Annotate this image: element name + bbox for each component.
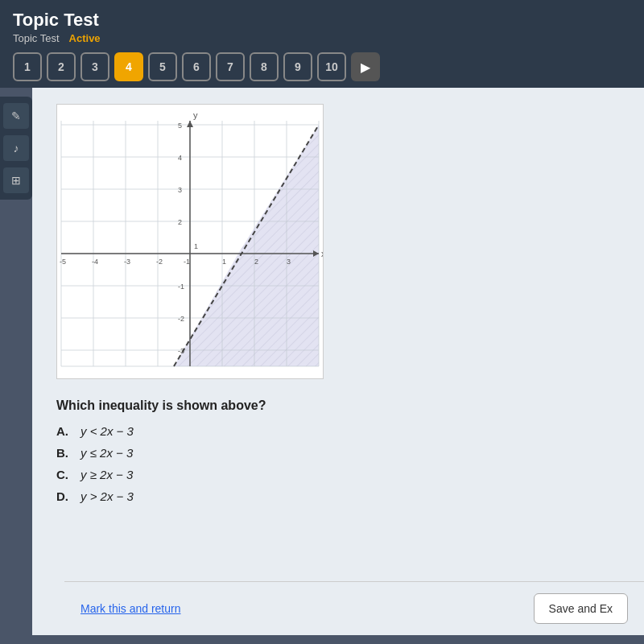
svg-text:2: 2 (178, 218, 182, 226)
page-title: Topic Test (13, 10, 631, 31)
svg-text:4: 4 (178, 154, 182, 162)
choice-b-text: y ≤ 2x − 3 (80, 446, 133, 460)
main-content: x y -5 -4 -3 -2 -1 1 2 3 5 4 3 2 -1 -2 -… (32, 88, 644, 635)
choice-a-text: y < 2x − 3 (80, 424, 134, 438)
svg-text:1: 1 (222, 258, 226, 266)
svg-text:3: 3 (287, 258, 291, 266)
choice-d-text: y > 2x − 3 (80, 489, 134, 503)
answer-choices: A. y < 2x − 3 B. y ≤ 2x − 3 C. y ≥ 2x − … (56, 424, 620, 503)
question-nav: 12345678910▶ (13, 52, 631, 81)
choice-c[interactable]: C. y ≥ 2x − 3 (56, 468, 620, 481)
svg-text:y: y (193, 110, 198, 120)
nav-button-7[interactable]: 7 (216, 52, 245, 81)
mark-return-link[interactable]: Mark this and return (80, 602, 181, 615)
question-text: Which inequality is shown above? (56, 398, 620, 413)
pencil-tool-button[interactable]: ✎ (3, 103, 29, 129)
svg-text:-1: -1 (178, 283, 184, 291)
side-tools: ✎ ♪ ⊞ (0, 97, 32, 200)
choice-b-label: B. (56, 446, 72, 460)
audio-tool-button[interactable]: ♪ (3, 135, 29, 161)
graph-container: x y -5 -4 -3 -2 -1 1 2 3 5 4 3 2 -1 -2 -… (56, 104, 324, 379)
header-subtitle: Topic Test Active (13, 32, 631, 44)
svg-text:3: 3 (178, 186, 182, 194)
nav-button-6[interactable]: 6 (182, 52, 211, 81)
svg-text:x: x (321, 249, 323, 258)
nav-button-1[interactable]: 1 (13, 52, 42, 81)
svg-text:-3: -3 (124, 258, 130, 266)
svg-text:-4: -4 (92, 258, 98, 266)
save-exit-button[interactable]: Save and Ex (534, 593, 628, 624)
inequality-graph: x y -5 -4 -3 -2 -1 1 2 3 5 4 3 2 -1 -2 -… (57, 105, 323, 378)
svg-text:2: 2 (254, 258, 258, 266)
nav-button-5[interactable]: 5 (148, 52, 177, 81)
nav-button-8[interactable]: 8 (250, 52, 279, 81)
choice-d[interactable]: D. y > 2x − 3 (56, 489, 620, 503)
choice-b[interactable]: B. y ≤ 2x − 3 (56, 446, 620, 460)
nav-next-arrow[interactable]: ▶ (351, 52, 380, 81)
choice-a[interactable]: A. y < 2x − 3 (56, 424, 620, 438)
choice-c-label: C. (56, 468, 72, 481)
subtitle-test: Topic Test (13, 32, 60, 44)
subtitle-status: Active (69, 32, 101, 44)
nav-button-10[interactable]: 10 (317, 52, 346, 81)
header: Topic Test Topic Test Active 12345678910… (0, 0, 644, 88)
svg-text:1: 1 (194, 242, 198, 250)
nav-button-3[interactable]: 3 (80, 52, 109, 81)
svg-text:-1: -1 (184, 258, 190, 266)
choice-d-label: D. (56, 489, 72, 503)
svg-text:-2: -2 (178, 315, 184, 323)
svg-text:-2: -2 (156, 258, 163, 266)
svg-text:5: 5 (178, 122, 182, 130)
choice-c-text: y ≥ 2x − 3 (80, 468, 133, 481)
choice-a-label: A. (56, 424, 72, 438)
nav-button-2[interactable]: 2 (47, 52, 76, 81)
nav-button-4[interactable]: 4 (114, 52, 143, 81)
calculator-tool-button[interactable]: ⊞ (3, 167, 29, 193)
bottom-bar: Mark this and return Save and Ex (64, 581, 644, 635)
svg-text:-5: -5 (60, 258, 66, 266)
nav-button-9[interactable]: 9 (283, 52, 312, 81)
